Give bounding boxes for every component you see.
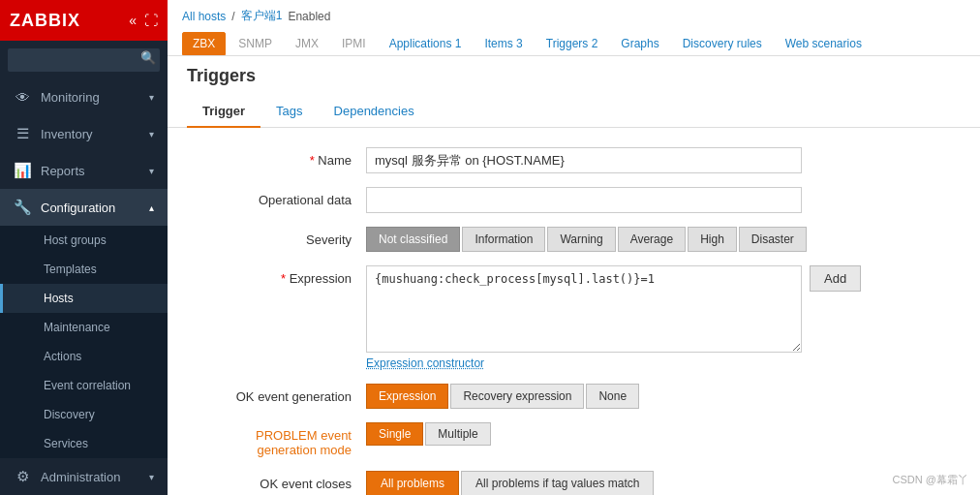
page-header: Triggers <box>168 56 980 86</box>
host-tab-jmx[interactable]: JMX <box>285 32 329 55</box>
operational-data-row: Operational data <box>197 187 951 213</box>
search-icon: 🔍 <box>140 50 156 65</box>
host-tab-graphs[interactable]: Graphs <box>610 32 669 55</box>
breadcrumb-sep-1: / <box>231 10 234 23</box>
add-button[interactable]: Add <box>810 265 861 292</box>
severity-average[interactable]: Average <box>618 227 686 252</box>
severity-control: Not classified Information Warning Avera… <box>366 227 951 252</box>
expression-constructor-link[interactable]: Expression constructor <box>366 356 951 370</box>
close-all-problems[interactable]: All problems <box>366 471 459 495</box>
ok-event-expression[interactable]: Expression <box>366 384 448 409</box>
problem-mode-row: PROBLEM event generation mode Single Mul… <box>197 422 951 457</box>
expression-box: {mushuang:check_process[mysql].last()}=1… <box>366 265 951 353</box>
breadcrumb-host[interactable]: 客户端1 <box>241 8 283 24</box>
host-tab-applications[interactable]: Applications 1 <box>379 32 473 55</box>
name-input[interactable] <box>366 147 802 173</box>
logo-bar: ZABBIX « ⛶ <box>0 0 168 41</box>
sidebar-item-event-correlation[interactable]: Event correlation <box>0 371 168 400</box>
sidebar-item-hosts[interactable]: Hosts <box>0 284 168 313</box>
page-title: Triggers <box>187 66 961 86</box>
ok-event-control: Expression Recovery expression None <box>366 384 951 409</box>
host-tab-discovery-rules[interactable]: Discovery rules <box>672 32 773 55</box>
mode-single[interactable]: Single <box>366 422 423 446</box>
inventory-arrow: ▾ <box>149 129 154 139</box>
configuration-label: Configuration <box>41 201 139 215</box>
ok-event-none[interactable]: None <box>586 384 639 409</box>
operational-data-input[interactable] <box>366 187 802 213</box>
sidebar-item-monitoring[interactable]: 👁 Monitoring ▾ <box>0 79 168 115</box>
expression-textarea[interactable]: {mushuang:check_process[mysql].last()}=1 <box>366 265 802 353</box>
severity-group: Not classified Information Warning Avera… <box>366 227 951 252</box>
host-tab-items[interactable]: Items 3 <box>474 32 533 55</box>
inventory-label: Inventory <box>41 127 139 141</box>
name-control <box>366 147 951 173</box>
inventory-icon: ☰ <box>14 125 31 142</box>
close-tag-match[interactable]: All problems if tag values match <box>461 471 654 495</box>
configuration-icon: 🔧 <box>14 199 31 216</box>
problem-mode-label: PROBLEM event generation mode <box>197 422 366 457</box>
logo: ZABBIX <box>10 11 80 31</box>
sidebar-search-container: 🔍 <box>0 41 168 79</box>
reports-icon: 📊 <box>14 162 31 179</box>
tab-trigger[interactable]: Trigger <box>187 96 260 128</box>
configuration-arrow: ▴ <box>149 202 154 213</box>
host-tab-ipmi[interactable]: IPMI <box>331 32 377 55</box>
sidebar-item-configuration[interactable]: 🔧 Configuration ▴ <box>0 189 168 226</box>
sidebar-item-administration[interactable]: ⚙ Administration ▾ <box>0 458 168 495</box>
sidebar-item-discovery[interactable]: Discovery <box>0 400 168 429</box>
host-tab-triggers[interactable]: Triggers 2 <box>536 32 609 55</box>
breadcrumb: All hosts / 客户端1 Enabled <box>182 8 965 24</box>
collapse-icon[interactable]: « <box>129 13 137 28</box>
sidebar-item-reports[interactable]: 📊 Reports ▾ <box>0 152 168 189</box>
sidebar-item-inventory[interactable]: ☰ Inventory ▾ <box>0 115 168 152</box>
host-tabs: ZBX SNMP JMX IPMI Applications 1 Items 3… <box>182 32 965 55</box>
ok-event-recovery[interactable]: Recovery expression <box>450 384 584 409</box>
problem-mode-control: Single Multiple <box>366 422 951 446</box>
configuration-subnav: Host groups Templates Hosts Maintenance … <box>0 226 168 458</box>
close-group: All problems All problems if tag values … <box>366 471 951 495</box>
name-row: Name <box>197 147 951 173</box>
operational-data-label: Operational data <box>197 187 366 207</box>
search-input[interactable] <box>8 48 160 72</box>
expand-icon[interactable]: ⛶ <box>144 13 158 28</box>
host-tab-snmp[interactable]: SNMP <box>228 32 283 55</box>
host-tab-zbx[interactable]: ZBX <box>182 32 226 55</box>
monitoring-label: Monitoring <box>41 90 139 105</box>
top-bar: All hosts / 客户端1 Enabled ZBX SNMP JMX IP… <box>168 0 980 56</box>
expression-row: Expression {mushuang:check_process[mysql… <box>197 265 951 370</box>
tab-tags[interactable]: Tags <box>260 96 318 128</box>
mode-multiple[interactable]: Multiple <box>425 422 490 446</box>
expression-label: Expression <box>197 265 366 286</box>
expression-control: {mushuang:check_process[mysql].last()}=1… <box>366 265 951 370</box>
severity-disaster[interactable]: Disaster <box>739 227 807 252</box>
reports-arrow: ▾ <box>149 166 154 176</box>
sidebar-item-actions[interactable]: Actions <box>0 342 168 371</box>
breadcrumb-all-hosts[interactable]: All hosts <box>182 10 226 23</box>
tab-dependencies[interactable]: Dependencies <box>319 96 430 128</box>
main-content: All hosts / 客户端1 Enabled ZBX SNMP JMX IP… <box>168 0 980 495</box>
ok-event-row: OK event generation Expression Recovery … <box>197 384 951 409</box>
severity-information[interactable]: Information <box>462 227 545 252</box>
sidebar-item-services[interactable]: Services <box>0 429 168 458</box>
reports-label: Reports <box>41 164 139 178</box>
form-body: Name Operational data Severity Not class… <box>168 128 980 495</box>
ok-event-label: OK event generation <box>197 384 366 404</box>
severity-not-classified[interactable]: Not classified <box>366 227 460 252</box>
sidebar: ZABBIX « ⛶ 🔍 👁 Monitoring ▾ ☰ Inventory … <box>0 0 168 495</box>
severity-row: Severity Not classified Information Warn… <box>197 227 951 252</box>
mode-group: Single Multiple <box>366 422 951 446</box>
sidebar-item-host-groups[interactable]: Host groups <box>0 226 168 255</box>
severity-high[interactable]: High <box>688 227 737 252</box>
severity-warning[interactable]: Warning <box>547 227 615 252</box>
watermark: CSDN @幕霜丫 <box>893 473 968 487</box>
administration-arrow: ▾ <box>149 472 154 482</box>
host-tab-web-scenarios[interactable]: Web scenarios <box>775 32 873 55</box>
ok-closes-row: OK event closes All problems All problem… <box>197 471 951 495</box>
name-label: Name <box>197 147 366 168</box>
sidebar-icon-group: « ⛶ <box>129 13 158 28</box>
sidebar-item-templates[interactable]: Templates <box>0 255 168 284</box>
monitoring-arrow: ▾ <box>149 92 154 103</box>
administration-label: Administration <box>41 470 139 484</box>
sidebar-item-maintenance[interactable]: Maintenance <box>0 313 168 342</box>
ok-closes-control: All problems All problems if tag values … <box>366 471 951 495</box>
